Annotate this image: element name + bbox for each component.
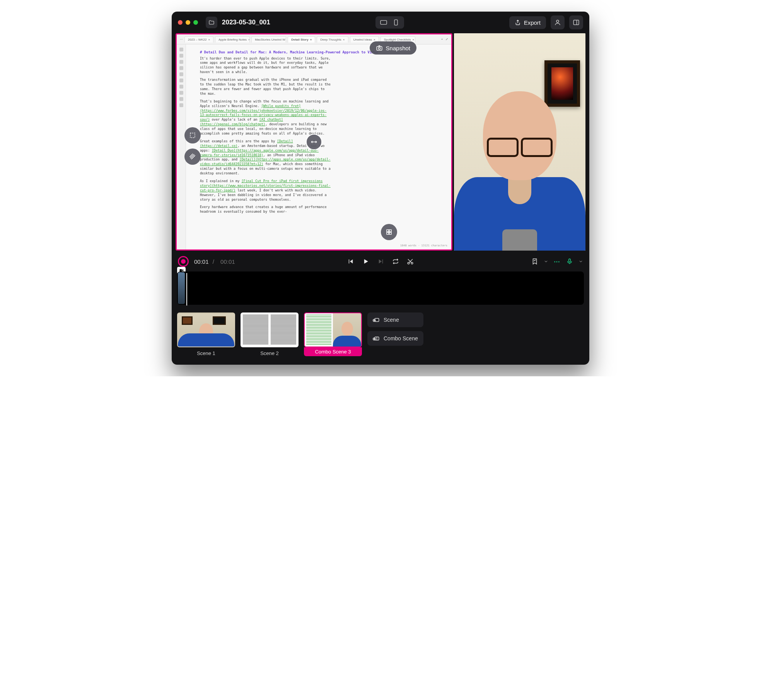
- share-icon: [515, 19, 521, 26]
- doc-tab[interactable]: Deep Thoughts×: [317, 36, 348, 43]
- add-combo-icon: [373, 335, 380, 342]
- svg-rect-7: [190, 133, 195, 138]
- time-total: 00:01: [220, 258, 235, 265]
- svg-rect-12: [389, 230, 391, 232]
- swap-sources-button[interactable]: [306, 134, 322, 150]
- screen-share-pane[interactable]: ⋯ 2023 – WK22× Apple Briefing Notes× Mac…: [176, 33, 452, 251]
- svg-rect-3: [573, 20, 579, 25]
- svg-point-2: [556, 20, 559, 22]
- export-button[interactable]: Export: [509, 16, 546, 29]
- svg-marker-17: [364, 259, 368, 264]
- cut-button[interactable]: [407, 258, 414, 265]
- svg-line-8: [190, 154, 194, 158]
- scene-thumbnail: [241, 312, 299, 347]
- add-combo-scene-button[interactable]: Combo Scene: [367, 331, 423, 346]
- app-window: 2023-05-30_001 Export ⋯ 2023 – WK22×: [172, 12, 589, 365]
- svg-rect-0: [380, 20, 387, 24]
- scene-item[interactable]: Scene 1: [177, 312, 235, 356]
- window-controls: [178, 20, 198, 25]
- landscape-preview-icon[interactable]: [379, 18, 388, 27]
- camera-icon: [376, 44, 383, 51]
- account-button[interactable]: [551, 15, 565, 29]
- fullscreen-window-button[interactable]: [193, 20, 198, 25]
- doc-tab-active[interactable]: Detail Story×: [288, 36, 315, 43]
- device-preview-segmented[interactable]: [375, 16, 404, 29]
- transport-bar: 00:01 / 00:01: [172, 251, 589, 269]
- preview-area: ⋯ 2023 – WK22× Apple Briefing Notes× Mac…: [172, 33, 589, 251]
- time-display: 00:01 / 00:01: [194, 258, 237, 265]
- add-scene-icon: [373, 316, 380, 323]
- close-window-button[interactable]: [178, 20, 183, 25]
- hatch-icon: [189, 153, 196, 160]
- chevron-down-icon: [544, 259, 548, 264]
- camera-pane[interactable]: [454, 33, 585, 251]
- svg-rect-24: [569, 259, 571, 262]
- doc-tab[interactable]: MacStories Unwind W…×: [251, 36, 286, 43]
- scene-thumbnail: [177, 312, 235, 347]
- project-title: 2023-05-30_001: [222, 19, 270, 26]
- skip-back-button[interactable]: [347, 258, 354, 265]
- bookmark-button[interactable]: [531, 258, 538, 265]
- selection-icon: [189, 131, 196, 139]
- clip-thumbnail[interactable]: [178, 272, 185, 304]
- skip-forward-button[interactable]: [377, 258, 384, 265]
- titlebar: 2023-05-30_001 Export: [172, 12, 589, 33]
- scene-thumbnail: [304, 312, 362, 347]
- microphone-dropdown[interactable]: [578, 259, 583, 264]
- loop-button[interactable]: [392, 258, 399, 265]
- scene-item[interactable]: Scene 2: [241, 312, 299, 356]
- scene-label: Scene 1: [177, 350, 235, 356]
- time-current: 00:01: [194, 258, 209, 265]
- panel-icon: [573, 19, 580, 26]
- doc-tab[interactable]: 2023 – WK22×: [184, 36, 213, 43]
- svg-rect-14: [389, 232, 391, 234]
- webcam-feed: [454, 33, 585, 251]
- doc-footer-stats: 1848 words · 13121 characters: [400, 244, 447, 248]
- minimize-window-button[interactable]: [186, 20, 190, 25]
- snapshot-button[interactable]: Snapshot: [370, 41, 416, 55]
- microphone-button[interactable]: [566, 258, 573, 265]
- scene-item-selected[interactable]: Combo Scene 3: [304, 312, 362, 356]
- svg-rect-11: [387, 230, 389, 232]
- playhead-line: [186, 273, 187, 306]
- swap-icon: [310, 138, 318, 146]
- export-label: Export: [524, 19, 541, 26]
- scene-strip: Scene 1 Scene 2 Combo Scene 3 Scene Comb…: [172, 305, 589, 365]
- record-button[interactable]: [178, 256, 189, 267]
- person-icon: [554, 19, 561, 26]
- svg-rect-19: [382, 260, 383, 264]
- svg-rect-13: [387, 232, 389, 234]
- scene-label: Combo Scene 3: [304, 347, 362, 356]
- svg-point-6: [378, 47, 380, 49]
- bookmark-dropdown[interactable]: [544, 259, 548, 264]
- add-scene-button[interactable]: Scene: [367, 312, 423, 327]
- layout-grid-button[interactable]: [381, 224, 397, 240]
- portrait-preview-icon[interactable]: [392, 18, 400, 27]
- grid-icon: [386, 229, 392, 236]
- scene-label: Scene 2: [241, 350, 299, 356]
- more-button[interactable]: ⋯: [554, 258, 561, 265]
- svg-rect-1: [394, 20, 398, 25]
- svg-rect-16: [349, 260, 350, 264]
- selection-tool-button[interactable]: [184, 127, 201, 143]
- project-folder-button[interactable]: [206, 17, 217, 28]
- sidebar-toggle-button[interactable]: [569, 15, 583, 29]
- svg-marker-15: [350, 260, 353, 264]
- annotate-tool-button[interactable]: [184, 149, 201, 165]
- doc-tab[interactable]: Apple Briefing Notes×: [215, 36, 250, 43]
- play-button[interactable]: [362, 258, 370, 265]
- svg-marker-18: [379, 260, 382, 264]
- chevron-down-icon: [578, 259, 583, 264]
- svg-line-9: [191, 155, 195, 159]
- timeline-track[interactable]: [177, 271, 584, 305]
